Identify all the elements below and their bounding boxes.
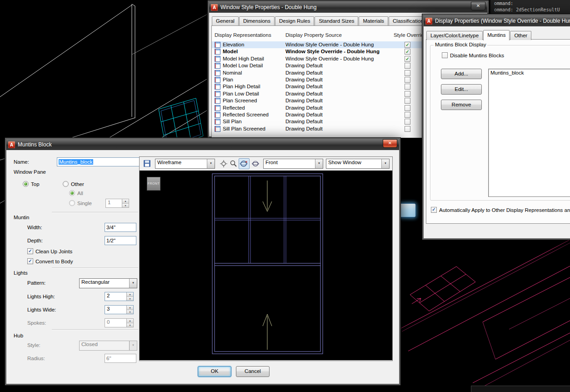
obscured-ok-button[interactable] — [399, 203, 416, 217]
depth-input[interactable]: 1/2" — [105, 236, 136, 245]
viewcube-front-face[interactable]: FRONT — [147, 177, 160, 191]
autocad-logo-icon: A — [425, 18, 432, 25]
window-style-tab[interactable]: Materials — [359, 16, 388, 25]
style-override-checkbox[interactable] — [405, 70, 410, 76]
visual-style-select[interactable]: Wireframe ▼ — [155, 159, 215, 169]
radio-icon — [69, 190, 75, 196]
section-divider — [52, 329, 138, 330]
group-title: Muntins Block Display — [434, 42, 487, 47]
disable-muntins-checkbox[interactable]: Disable Muntins Blocks — [442, 52, 504, 58]
autocad-workspace: ommand: ommand: 2dSectionResultU A Windo… — [0, 0, 570, 392]
muntins-preview-drawing — [140, 171, 392, 360]
chevron-down-icon: ▼ — [129, 279, 137, 288]
preview-canvas[interactable]: FRONT — [140, 171, 392, 360]
display-mode-select[interactable]: Show Window ▼ — [326, 159, 390, 169]
window-style-tab[interactable]: General — [212, 16, 239, 25]
style-override-checkbox[interactable] — [405, 56, 410, 62]
ok-button[interactable]: OK — [198, 366, 231, 377]
radio-other[interactable]: Other — [63, 181, 84, 187]
lights-high-stepper[interactable]: 2 ▲▼ — [105, 292, 134, 301]
radius-input[interactable]: 6" — [105, 354, 136, 363]
close-icon[interactable]: ✕ — [383, 139, 397, 148]
selected-text: Muntins_block — [59, 159, 93, 165]
muntin-section-label: Muntin — [14, 215, 30, 220]
autocad-logo-icon: A — [8, 141, 15, 148]
display-rep-icon — [215, 105, 220, 111]
display-properties-titlebar[interactable]: A Display Properties (Window Style Overr… — [424, 15, 570, 26]
spin-up-icon[interactable]: ▲ — [127, 306, 133, 310]
clean-up-joints-checkbox[interactable]: Clean Up Joints — [27, 248, 72, 254]
style-override-checkbox[interactable] — [405, 98, 410, 104]
orbit-icon[interactable]: x — [239, 158, 250, 169]
checkbox-icon — [442, 52, 448, 58]
style-override-checkbox[interactable] — [405, 126, 410, 132]
display-rep-icon — [215, 77, 220, 83]
display-rep-icon — [215, 70, 220, 76]
checkbox-icon — [431, 207, 437, 213]
close-icon[interactable]: ✕ — [471, 2, 485, 10]
style-override-checkbox[interactable] — [405, 91, 410, 97]
col-display-property-source: Display Property Source — [285, 32, 342, 38]
section-divider — [52, 212, 138, 212]
remove-button[interactable]: Remove — [441, 100, 482, 110]
window-style-tab[interactable]: Standard Sizes — [315, 16, 358, 25]
swivel-icon[interactable] — [251, 160, 260, 168]
auto-apply-checkbox[interactable]: Automatically Apply to Other Display Rep… — [431, 207, 570, 213]
muntins-block-titlebar[interactable]: A Muntins Block ✕ — [6, 139, 399, 150]
add-button[interactable]: Add... — [441, 69, 482, 79]
name-input[interactable]: Muntins_block — [57, 157, 143, 166]
spin-down-icon[interactable]: ▼ — [127, 310, 133, 314]
radio-all[interactable]: All — [69, 190, 83, 196]
list-item[interactable]: Muntins_block — [489, 69, 570, 76]
spin-down-icon[interactable]: ▼ — [127, 297, 133, 301]
lights-wide-label: Lights Wide: — [27, 307, 56, 312]
style-override-checkbox[interactable] — [405, 105, 410, 111]
chevron-down-icon: ▼ — [129, 341, 137, 350]
lights-wide-stepper[interactable]: 3 ▲▼ — [105, 305, 134, 314]
radio-icon — [63, 181, 69, 187]
save-icon[interactable] — [143, 160, 151, 168]
window-style-titlebar[interactable]: A Window Style Properties - Double Hung … — [209, 2, 487, 13]
display-rep-icon — [215, 49, 220, 55]
single-count-stepper[interactable]: 1 ▲▼ — [105, 199, 129, 208]
display-properties-tab[interactable]: Layer/Color/Linetype — [426, 31, 483, 40]
edit-button[interactable]: Edit... — [441, 84, 482, 95]
zoom-icon[interactable] — [230, 160, 238, 168]
convert-to-body-checkbox[interactable]: Convert to Body — [27, 258, 73, 264]
style-label: Style: — [27, 342, 40, 348]
display-properties-tab[interactable]: Other — [510, 31, 531, 40]
view-direction-select[interactable]: Front ▼ — [263, 159, 323, 169]
checkbox-icon — [27, 248, 33, 254]
display-rep-icon — [215, 56, 220, 62]
style-override-checkbox[interactable] — [405, 119, 410, 125]
style-override-checkbox[interactable] — [405, 112, 410, 118]
muntins-tabpage: Muntins Block Display Disable Muntins Bl… — [426, 39, 570, 224]
hub-style-select[interactable]: Closed ▼ — [79, 341, 137, 351]
window-style-tab[interactable]: Design Rules — [275, 16, 314, 25]
style-override-checkbox[interactable] — [405, 42, 410, 48]
render-icon[interactable] — [220, 160, 228, 168]
style-override-checkbox[interactable] — [405, 49, 410, 55]
spin-up-icon[interactable]: ▲ — [127, 292, 133, 297]
radio-single[interactable]: Single — [69, 200, 92, 206]
section-divider — [52, 267, 138, 268]
radio-top[interactable]: Top — [23, 181, 40, 187]
spokes-stepper[interactable]: 0 ▲▼ — [105, 318, 134, 327]
width-input[interactable]: 3/4" — [105, 223, 136, 232]
window-pane-label: Window Pane — [14, 169, 46, 175]
spin-up-icon[interactable]: ▲ — [122, 199, 129, 204]
svg-text:x: x — [245, 160, 248, 164]
display-rep-icon — [215, 42, 220, 48]
display-rep-icon — [215, 112, 220, 118]
style-override-checkbox[interactable] — [405, 84, 410, 90]
style-override-checkbox[interactable] — [405, 77, 410, 83]
window-style-tab[interactable]: Dimensions — [239, 16, 275, 25]
cancel-button[interactable]: Cancel — [236, 366, 270, 377]
spin-down-icon[interactable]: ▼ — [127, 323, 133, 327]
pattern-select[interactable]: Rectangular ▼ — [79, 278, 137, 288]
spin-up-icon[interactable]: ▲ — [127, 319, 133, 323]
spin-down-icon[interactable]: ▼ — [122, 204, 129, 208]
style-override-checkbox[interactable] — [405, 63, 410, 69]
width-label: Width: — [27, 225, 42, 230]
display-properties-tab[interactable]: Muntins — [483, 30, 510, 40]
